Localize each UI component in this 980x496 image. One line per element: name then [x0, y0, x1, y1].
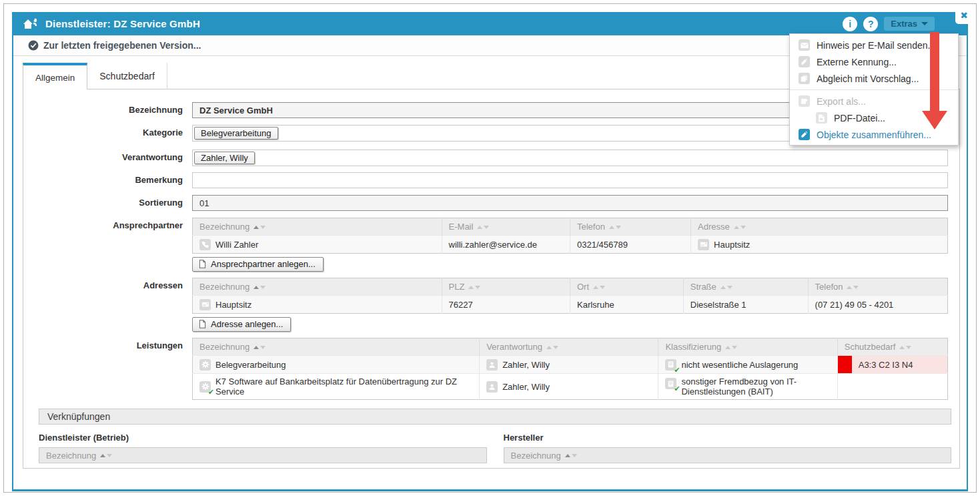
address-icon	[199, 299, 211, 310]
adressen-label: Adressen	[23, 278, 192, 290]
leistungen-table: Bezeichnung Verantwortung Klassifizierun…	[192, 338, 948, 400]
kategorie-label: Kategorie	[23, 125, 192, 138]
info-icon[interactable]: i	[843, 17, 857, 31]
sort-icon	[468, 286, 480, 289]
table-row[interactable]: Willi Zahler willi.zahler@service.de 032…	[193, 236, 948, 254]
verknuepfungen-header: Verknüpfungen	[39, 409, 951, 425]
green-check-icon: ✔	[674, 385, 680, 393]
dienstleister-betrieb-label: Dienstleister (Betrieb)	[39, 433, 487, 443]
sort-icon	[477, 226, 489, 229]
menu-item-abgleich-vorschlag[interactable]: Abgleich mit Vorschlag...	[790, 70, 958, 87]
help-icon[interactable]: ?	[863, 17, 878, 31]
column-header[interactable]: Bezeichnung	[193, 218, 442, 236]
person-icon	[486, 381, 498, 393]
sort-icon	[593, 286, 605, 289]
table-row[interactable]: Belegverarbeitung Zahler, Willy ✔ ni	[193, 356, 948, 374]
chevron-down-icon	[921, 22, 928, 25]
column-header[interactable]: Klassifizierung	[658, 338, 837, 356]
sort-icon	[254, 286, 266, 289]
classification-note-icon: ✔	[665, 378, 676, 389]
bezeichnung-label: Bezeichnung	[23, 102, 192, 115]
sort-icon	[254, 346, 266, 349]
ansprechpartner-label: Ansprechpartner	[23, 218, 192, 230]
leistungen-label: Leistungen	[23, 338, 192, 350]
green-check-icon: ✔	[208, 388, 214, 397]
column-header[interactable]: PLZ	[442, 278, 570, 296]
envelope-icon	[799, 39, 810, 51]
last-released-version-link[interactable]: Zur letzten freigegebenen Version...	[43, 40, 201, 51]
table-row[interactable]: ✔ K7 Software auf Bankarbeitsplatz für D…	[193, 374, 948, 400]
sort-icon	[546, 346, 558, 349]
verantwortung-chip[interactable]: Zahler, Willy	[194, 152, 255, 164]
sortierung-label: Sortierung	[23, 195, 192, 208]
column-header[interactable]: Bezeichnung	[193, 278, 442, 296]
verantwortung-field[interactable]: Zahler, Willy	[192, 150, 948, 166]
verantwortung-label: Verantwortung	[23, 150, 192, 162]
dienstleister-betrieb-table-header[interactable]: Bezeichnung	[39, 447, 487, 463]
column-header[interactable]: Straße	[683, 278, 808, 296]
column-header[interactable]: Schutzbedarf	[837, 338, 947, 356]
menu-item-objekte-zusammenfuehren[interactable]: Objekte zusammenführen...	[790, 126, 958, 143]
sort-icon	[734, 226, 746, 229]
menu-item-export-als: Export als...	[790, 93, 958, 109]
adressen-table: Bezeichnung PLZ Ort Straße Telefon Haupt…	[192, 278, 948, 314]
new-page-icon	[199, 260, 206, 268]
risk-red-block-icon	[838, 356, 852, 373]
ansprechpartner-table: Bezeichnung E-Mail Telefon Adresse Willi…	[192, 218, 948, 254]
column-header[interactable]: Telefon	[808, 278, 947, 296]
column-header[interactable]: Adresse	[691, 218, 948, 236]
contact-phone-icon	[199, 239, 211, 250]
hersteller-label: Hersteller	[504, 433, 952, 443]
bemerkung-field[interactable]	[192, 172, 948, 188]
new-page-icon	[199, 320, 206, 328]
sort-icon	[100, 454, 112, 457]
column-header[interactable]: Ort	[570, 278, 683, 296]
classification-note-icon: ✔	[665, 359, 676, 370]
green-check-icon: ✔	[674, 366, 680, 375]
service-provider-house-icon	[23, 17, 39, 31]
menu-item-pdf-datei[interactable]: PDF-Datei...	[790, 109, 958, 126]
titlebar: Dienstleister: DZ Service GmbH i ? Extra…	[13, 12, 967, 35]
add-adresse-button[interactable]: Adresse anlegen...	[192, 317, 291, 332]
menu-item-hinweis-email[interactable]: Hinweis per E-Mail senden...	[790, 37, 958, 53]
tab-content-allgemein: Bezeichnung DZ Service GmbH Kategorie Be…	[23, 89, 960, 469]
menu-separator	[790, 89, 958, 90]
sort-icon	[725, 346, 737, 349]
sort-icon	[609, 226, 621, 229]
pdf-icon	[816, 112, 827, 123]
column-header[interactable]: Verantwortung	[480, 338, 658, 356]
person-icon	[486, 359, 498, 370]
sort-icon	[899, 346, 911, 349]
kategorie-chip[interactable]: Belegverarbeitung	[194, 127, 278, 140]
merge-icon	[799, 129, 810, 140]
copy-icon	[799, 73, 810, 84]
schutzbedarf-cell: A3:3 C2 I3 N4	[837, 356, 947, 374]
edit-icon	[799, 56, 810, 67]
close-icon[interactable]: ✖	[955, 7, 973, 24]
hersteller-table-header[interactable]: Bezeichnung	[504, 447, 952, 463]
service-gear-icon: ✔	[199, 381, 211, 393]
tab-schutzbedarf[interactable]: Schutzbedarf	[87, 63, 167, 89]
column-header[interactable]: Telefon	[570, 218, 690, 236]
table-row[interactable]: Hauptsitz 76227 Karlsruhe Dieselstraße 1…	[193, 296, 948, 314]
bemerkung-label: Bemerkung	[23, 172, 192, 185]
sort-icon	[565, 454, 577, 457]
check-circle-icon	[28, 40, 39, 51]
service-gear-icon	[199, 359, 211, 370]
window-title: Dienstleister: DZ Service GmbH	[45, 18, 200, 29]
sortierung-field[interactable]: 01	[192, 195, 948, 211]
address-icon	[698, 239, 709, 250]
extras-dropdown-menu: Hinweis per E-Mail senden... Externe Ken…	[789, 33, 959, 146]
sort-icon	[254, 226, 266, 229]
extras-button[interactable]: Extras	[884, 17, 935, 31]
dienstleister-betrieb-section: Dienstleister (Betrieb) Bezeichnung	[39, 433, 487, 463]
column-header[interactable]: E-Mail	[442, 218, 570, 236]
column-header[interactable]: Bezeichnung	[193, 338, 480, 356]
sort-icon	[720, 286, 732, 289]
menu-item-externe-kennung[interactable]: Externe Kennung...	[790, 53, 958, 70]
sort-icon	[847, 286, 859, 289]
tab-allgemein[interactable]: Allgemein	[23, 63, 87, 89]
hersteller-section: Hersteller Bezeichnung	[504, 433, 952, 463]
add-ansprechpartner-button[interactable]: Ansprechpartner anlegen...	[192, 257, 324, 272]
export-icon	[799, 95, 810, 107]
